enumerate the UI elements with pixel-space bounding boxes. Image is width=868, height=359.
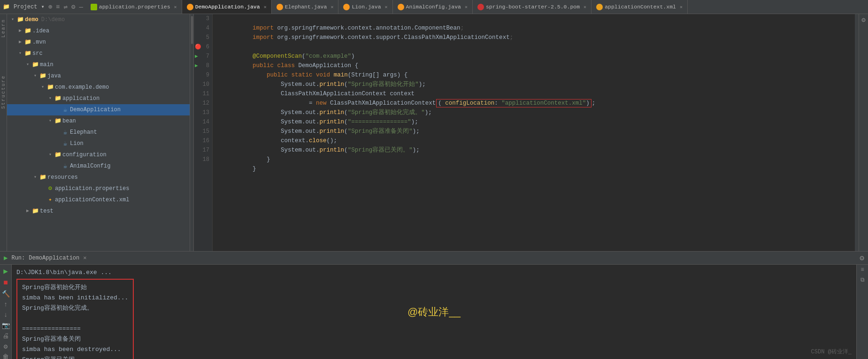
line-number-6: 🔴 6: [194, 42, 212, 52]
tree-item-appctxxml[interactable]: ▶ ✦ applicationContext.xml: [7, 194, 190, 206]
scroll-icon1[interactable]: ↑: [4, 301, 8, 308]
output-line-1: Spring容器初始化开始: [22, 283, 128, 293]
tree-label: main: [40, 60, 54, 69]
tree-label: resources: [47, 173, 78, 182]
project-header: 📁 Project ▾ ⊕ ≡ ⇌ ⚙ —: [0, 3, 86, 11]
code-line-6: @ComponentScan("com.example"): [217, 42, 855, 52]
tab-lion-close[interactable]: ✕: [385, 4, 388, 10]
tree-item-com[interactable]: ▾ 📁 com.example.demo: [7, 82, 190, 93]
line-number-10: 10: [194, 80, 212, 89]
run-button[interactable]: ▶: [3, 267, 8, 276]
tree-item-animalconfig[interactable]: ▶ ☕ AnimalConfig: [7, 160, 190, 172]
line-number-13: 13: [194, 108, 212, 117]
learn-label: Learn: [1, 19, 6, 38]
print-icon[interactable]: 🖨: [2, 332, 9, 340]
tabs-container: application.properties ✕ DemoApplication…: [86, 0, 868, 14]
folder-icon: 📁: [3, 3, 10, 10]
output-line-4: [22, 313, 128, 324]
line-number-11: 11: [194, 89, 212, 99]
tree-arrow: ▾: [47, 150, 53, 160]
close-tab-icon[interactable]: ✕: [83, 254, 86, 261]
tree-item-demo[interactable]: ▾ 📁 demo D:\demo: [7, 14, 190, 25]
editor-scrollbar[interactable]: [855, 14, 859, 251]
bottom-settings-icon[interactable]: ⚙: [860, 253, 864, 263]
tab-appctx[interactable]: applicationContext.xml ✕: [591, 0, 688, 14]
xml-icon: [596, 4, 603, 10]
tree-label: applicationContext.xml: [55, 195, 129, 205]
gutter-icon-6: 🔴: [195, 42, 201, 52]
structure-label: Structure: [1, 75, 6, 109]
tab-pom[interactable]: spring-boot-starter-2.5.0.pom ✕: [473, 0, 591, 14]
tab-animalconfig-close[interactable]: ✕: [465, 4, 468, 10]
tree-item-appprops[interactable]: ▶ ⚙ application.properties: [7, 183, 190, 194]
tree-item-java[interactable]: ▾ 📁 java: [7, 70, 190, 82]
tab-animalconfig[interactable]: AnimalConfig.java ✕: [393, 0, 473, 14]
gutter-icon-7: ▶: [195, 52, 198, 61]
tree-item-application[interactable]: ▾ 📁 application: [7, 93, 190, 104]
bottom-content: ▶ ■ 🔨 ↑ ↓ 📷 🖨 ⚙ 🗑 @砖业洋__ D:\JDK1.8\bin\j…: [0, 265, 868, 359]
tree-label: java: [47, 71, 61, 81]
tree-item-lion[interactable]: ▶ ☕ Lion: [7, 138, 190, 149]
run-icon: ▶: [4, 254, 8, 262]
output-line-5: ================: [22, 324, 128, 334]
watermark: @砖业洋__: [407, 307, 461, 317]
tree-item-configuration[interactable]: ▾ 📁 configuration: [7, 149, 190, 160]
folder-icon: 📁: [39, 72, 46, 80]
tab-lion[interactable]: Lion.java ✕: [338, 0, 392, 14]
tree-item-demoapplication[interactable]: ▶ ☕ DemoApplication: [7, 104, 190, 115]
scroll-icon2[interactable]: ↓: [4, 311, 8, 319]
tab-props[interactable]: application.properties ✕: [86, 0, 182, 14]
folder-icon: 📁: [39, 174, 46, 181]
tree-arrow: ▾: [10, 15, 15, 24]
tree-label: .idea: [32, 26, 49, 36]
trash-icon[interactable]: 🗑: [2, 353, 9, 359]
tree-arrow: ▶: [40, 195, 46, 205]
folder-icon: 📁: [31, 61, 39, 69]
settings-icon2[interactable]: ⚙: [4, 343, 8, 351]
tree-item-mvn[interactable]: ▶ 📁 .mvn: [7, 37, 190, 48]
tree-item-src[interactable]: ▾ 📁 src: [7, 48, 190, 59]
tree-item-elephant[interactable]: ▶ ☕ Elephant: [7, 127, 190, 138]
tree-arrow: ▾: [47, 94, 53, 103]
tree-item-main[interactable]: ▾ 📁 main: [7, 59, 190, 70]
output-line-7: simba has been destroyed...: [22, 344, 128, 355]
right-sidebar: ⚙: [859, 14, 868, 251]
line-number-7: ▶ 7: [194, 52, 212, 61]
tab-elephant-close[interactable]: ✕: [330, 4, 333, 10]
bottom-left-tools: ▶ ■ 🔨 ↑ ↓ 📷 🖨 ⚙ 🗑: [0, 265, 12, 359]
code-lines[interactable]: import org.springframework.context.annot…: [213, 14, 855, 251]
java-class-icon: ☕: [61, 140, 69, 147]
right-tool-1[interactable]: ≡: [860, 267, 864, 273]
tab-demo-close[interactable]: ✕: [264, 4, 267, 10]
line-numbers: 3 4 5 🔴 6 ▶ 7 ▶ 8 9 10 11 12: [194, 14, 213, 251]
folder-icon: 📁: [24, 38, 31, 46]
code-line-3: import org.springframework.context.annot…: [217, 14, 855, 23]
camera-icon[interactable]: 📷: [2, 321, 10, 329]
tree-item-test[interactable]: ▶ 📁 test: [7, 206, 190, 217]
tab-props-close[interactable]: ✕: [174, 4, 177, 10]
tab-elephant[interactable]: Elephant.java ✕: [272, 0, 339, 14]
tree-scrollbar[interactable]: [190, 14, 194, 251]
tab-animalconfig-label: AnimalConfig.java: [406, 4, 461, 10]
tab-appctx-close[interactable]: ✕: [680, 4, 683, 10]
run-label: Run:: [11, 255, 25, 261]
scrollbar-thumb: [191, 16, 193, 44]
tab-demo[interactable]: DemoApplication.java ✕: [182, 0, 272, 14]
tree-item-bean[interactable]: ▾ 📁 bean: [7, 115, 190, 127]
tab-pom-close[interactable]: ✕: [584, 4, 586, 10]
left-sidebar: Learn Structure: [0, 14, 7, 251]
right-tool-2[interactable]: ⧉: [860, 277, 865, 283]
tree-item-idea[interactable]: ▶ 📁 .idea: [7, 25, 190, 37]
build-icon[interactable]: 🔨: [2, 290, 10, 298]
line-number-9: 9: [194, 70, 212, 80]
line-number-5: 5: [194, 33, 212, 42]
tree-label: test: [40, 206, 54, 216]
java-icon: [277, 4, 283, 10]
project-dropdown[interactable]: ▾: [41, 3, 44, 10]
code-line-18: }: [217, 155, 855, 164]
bottom-right-tools: ≡ ⧉: [856, 265, 868, 359]
tree-arrow: ▶: [55, 161, 61, 171]
settings-icon: ⚙: [71, 3, 75, 11]
stop-button[interactable]: ■: [3, 279, 8, 287]
tree-item-resources[interactable]: ▾ 📁 resources: [7, 172, 190, 183]
